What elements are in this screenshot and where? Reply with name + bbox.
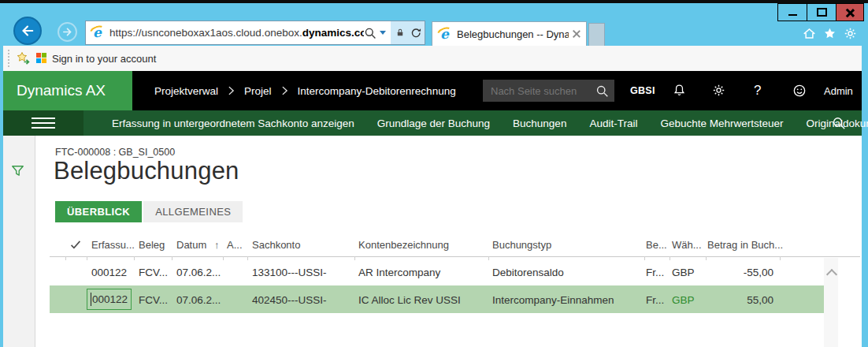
cell-erfassung-editing[interactable]: 000122 — [87, 289, 132, 310]
home-button[interactable] — [802, 26, 817, 41]
hamburger-icon — [32, 118, 55, 119]
maximize-button[interactable] — [807, 3, 836, 21]
col-header-kontenbezeichnung[interactable]: Kontenbezeichnung — [358, 239, 449, 251]
address-bar[interactable]: e https://usnconeboxax1aos.cloud.onebox.… — [85, 21, 425, 45]
action-grundlage-der-buchung[interactable]: Grundlage der Buchung — [377, 118, 490, 129]
tab-ueberblick[interactable]: ÜBERBLICK — [55, 201, 142, 222]
forward-icon — [61, 26, 73, 38]
app-header: Dynamics AX Projektverwal Projel Interco… — [3, 71, 862, 110]
col-header-erfassung[interactable]: Erfassu... — [91, 239, 135, 251]
cell-waehrung: GBP — [672, 293, 695, 305]
navigation-menu-button[interactable] — [3, 110, 83, 136]
favorites-link-sign-in[interactable]: Sign in to your account — [52, 46, 156, 71]
cell-beleg: FCV... — [139, 293, 168, 305]
cell-sachkonto: 133100---USSI- — [252, 266, 327, 278]
breadcrumb-item-module[interactable]: Projektverwal — [154, 85, 218, 97]
user-menu[interactable]: Admin — [824, 71, 853, 110]
chevron-right-icon — [281, 85, 288, 96]
action-pane-search-button[interactable] — [832, 116, 846, 130]
cell-betrag: 55,00 — [747, 293, 773, 305]
grid-header-row: Erfassu... Beleg Datum ↑ A... Sachkonto … — [50, 237, 824, 256]
cell-kontenbezeichnung: AR Intercompany — [358, 266, 440, 278]
favorites-button[interactable] — [822, 26, 837, 41]
cell-buchungstyp: Intercompany-Einnahmen — [492, 293, 614, 305]
cell-buchungstyp: Debitorensaldo — [492, 266, 564, 278]
page-search-input[interactable] — [483, 80, 614, 102]
table-row-selected[interactable]: 000122 FCV... 07.06.2... 402450---USSI- … — [50, 285, 824, 313]
minimize-icon — [788, 14, 797, 16]
filter-button[interactable] — [10, 164, 25, 178]
action-gebuchte-mehrwertsteuer[interactable]: Gebuchte Mehrwertsteuer — [660, 118, 783, 129]
action-audit-trail[interactable]: Audit-Trail — [589, 118, 637, 129]
col-header-betrag[interactable]: Betrag in Buch... — [707, 239, 783, 251]
col-header-beleg[interactable]: Beleg — [139, 239, 165, 251]
help-button[interactable]: ? — [754, 71, 761, 110]
page-tabs: ÜBERBLICK ALLGEMEINES — [55, 201, 243, 222]
dynamics-ax-logo[interactable]: Dynamics AX — [3, 71, 132, 110]
window-controls — [778, 3, 864, 21]
notifications-button[interactable] — [672, 83, 687, 98]
smiley-icon — [792, 83, 807, 99]
col-header-waehrung[interactable]: Wäh... — [672, 239, 702, 251]
tools-button[interactable] — [843, 26, 858, 41]
breadcrumb: Projektverwal Projel Intercompany-Debito… — [154, 71, 456, 110]
minimize-button[interactable] — [777, 3, 807, 21]
ie-window: e https://usnconeboxax1aos.cloud.onebox.… — [0, 0, 868, 347]
cell-be: Fr... — [646, 266, 664, 278]
breadcrumb-item-page[interactable]: Intercompany-Debitorenrechnung — [298, 85, 456, 97]
search-icon — [832, 116, 846, 130]
col-header-buchungstyp[interactable]: Buchungstyp — [492, 239, 551, 251]
tab-allgemeines[interactable]: ALLGEMEINES — [143, 201, 243, 222]
add-favorite-button[interactable] — [15, 50, 31, 66]
feedback-button[interactable] — [792, 83, 807, 99]
address-dropdown-icon[interactable] — [380, 31, 386, 35]
select-all-check-icon[interactable] — [69, 239, 82, 251]
sort-ascending-icon: ↑ — [214, 239, 220, 251]
col-header-be[interactable]: Be... — [646, 239, 667, 251]
cell-beleg: FCV... — [139, 266, 168, 278]
url-domain: dynamics.com — [302, 27, 364, 39]
url-text: https://usnconeboxax1aos.cloud.onebox.dy… — [109, 27, 364, 39]
gear-icon — [843, 26, 858, 41]
cell-kontenbezeichnung: IC Alloc Lic Rev USSI — [358, 293, 461, 305]
browser-toolbar-icons — [802, 26, 858, 41]
favorites-bar: Sign in to your account — [3, 46, 862, 71]
cell-datum: 07.06.2... — [176, 266, 221, 278]
back-button[interactable] — [13, 17, 42, 45]
ie-icon: e — [438, 27, 453, 42]
window-frame-right — [862, 46, 868, 347]
close-tab-icon[interactable] — [573, 30, 581, 38]
gear-icon — [711, 83, 726, 98]
settings-button[interactable] — [711, 83, 726, 98]
bell-icon — [672, 83, 687, 98]
action-show-subledger[interactable]: Erfassung in untergeordnetem Sachkonto a… — [112, 118, 354, 129]
action-buchungen[interactable]: Buchungen — [513, 118, 566, 129]
breadcrumb-item-area[interactable]: Projel — [244, 85, 272, 97]
security-zone — [391, 21, 425, 44]
close-button[interactable] — [836, 3, 864, 21]
browser-tab[interactable]: e Belegbuchungen -- Dynam... — [432, 21, 587, 46]
new-tab-button[interactable] — [588, 23, 605, 46]
action-pane: Erfassung in untergeordnetem Sachkonto a… — [3, 110, 862, 136]
chevron-right-icon — [228, 85, 235, 96]
search-icon[interactable] — [595, 84, 609, 98]
maximize-icon — [817, 8, 827, 17]
url-host: https://usnconeboxax1aos.cloud.onebox. — [109, 27, 302, 39]
page-search-box[interactable] — [483, 80, 614, 102]
tab-title: Belegbuchungen -- Dynam... — [457, 28, 569, 40]
toolbar-grip — [8, 50, 9, 67]
refresh-icon[interactable] — [410, 27, 421, 39]
lock-icon — [395, 27, 406, 39]
col-header-sachkonto[interactable]: Sachkonto — [252, 239, 300, 251]
company-picker[interactable]: GBSI — [630, 71, 655, 110]
forward-button[interactable] — [57, 22, 77, 42]
address-search-button[interactable] — [364, 27, 377, 39]
cell-betrag: -55,00 — [744, 266, 773, 278]
table-row[interactable]: 000122 FCV... 07.06.2... 133100---USSI- … — [50, 258, 824, 285]
col-header-a[interactable]: A... — [227, 239, 243, 251]
add-favorite-icon — [15, 50, 31, 66]
microsoft-logo-icon — [36, 53, 46, 63]
ie-icon: e — [91, 25, 106, 40]
page-title: Belegbuchungen — [54, 157, 239, 185]
col-header-datum[interactable]: Datum — [176, 239, 206, 251]
